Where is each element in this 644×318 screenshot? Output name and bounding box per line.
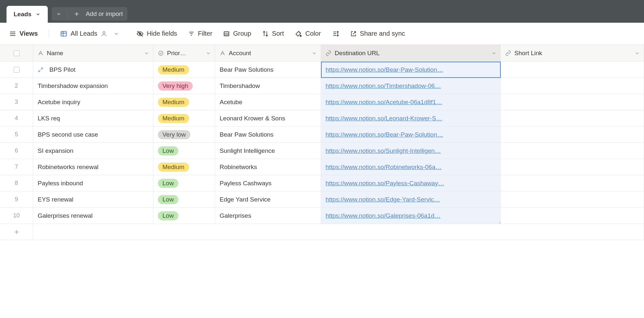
cell-account[interactable]: Bear Paw Solutions [215, 62, 321, 78]
cell-account[interactable]: Leonard Krower & Sons [215, 110, 321, 127]
cell-destination-url[interactable]: https://www.notion.so/Bear-Paw-Solution… [321, 127, 501, 143]
chevron-down-icon[interactable] [206, 51, 211, 56]
row-number[interactable]: 2 [0, 78, 33, 94]
cell-account[interactable]: Acetube [215, 94, 321, 110]
url-link[interactable]: https://www.notion.so/Acetube-06a1d8f1… [326, 99, 442, 106]
cell-text: Robinetworks renewal [38, 164, 98, 171]
cell-priority[interactable]: Low [153, 143, 215, 159]
cell-priority[interactable]: Low [153, 175, 215, 191]
url-link[interactable]: https://www.notion.so/Galeprises-06a1d… [326, 212, 441, 219]
row-number[interactable] [0, 62, 33, 78]
cell-destination-url[interactable]: https://www.notion.so/Acetube-06a1d8f1… [321, 94, 501, 110]
url-link[interactable]: https://www.notion.so/Timbershadow-06… [326, 82, 441, 90]
cell-destination-url[interactable]: https://www.notion.so/Galeprises-06a1d… [321, 208, 501, 224]
cell-short-link[interactable] [501, 143, 644, 159]
cell-destination-url[interactable]: https://www.notion.so/Edge-Yard-Servic… [321, 191, 501, 208]
row-number[interactable]: 5 [0, 127, 33, 143]
column-header-select[interactable] [0, 45, 33, 62]
tab-leads[interactable]: Leads [6, 6, 48, 23]
cell-name[interactable]: Payless inbound [33, 175, 153, 191]
column-header-name[interactable]: Name [33, 45, 153, 62]
row-number[interactable]: 10 [0, 208, 33, 224]
cell-name[interactable]: BPS Pilot [33, 62, 153, 78]
column-header-short-link[interactable]: Short Link [501, 45, 644, 62]
row-number[interactable]: 7 [0, 159, 33, 175]
cell-priority[interactable]: Medium [153, 62, 215, 78]
select-all-checkbox[interactable] [14, 50, 19, 56]
cell-short-link[interactable] [501, 175, 644, 191]
url-link[interactable]: https://www.notion.so/Bear-Paw-Solution… [326, 66, 443, 73]
url-link[interactable]: https://www.notion.so/Robinetworks-06a… [326, 164, 442, 171]
cell-short-link[interactable] [501, 62, 644, 78]
filter-button[interactable]: Filter [188, 30, 212, 37]
cell-account[interactable]: Galerprises [215, 208, 321, 224]
row-checkbox[interactable] [14, 67, 19, 73]
cell-account[interactable]: Payless Cashways [215, 175, 321, 191]
cell-priority[interactable]: Very high [153, 78, 215, 94]
cell-account[interactable]: Timbershadow [215, 78, 321, 94]
chevron-down-icon[interactable] [635, 51, 640, 56]
chevron-down-icon[interactable] [144, 51, 149, 56]
cell-priority[interactable]: Low [153, 208, 215, 224]
share-sync-button[interactable]: Share and sync [350, 30, 405, 37]
row-number[interactable]: 3 [0, 94, 33, 110]
cell-destination-url[interactable]: https://www.notion.so/Leonard-Krower-S… [321, 110, 501, 127]
column-label: Short Link [514, 50, 542, 57]
cell-account[interactable]: Edge Yard Service [215, 191, 321, 208]
cell-name[interactable]: BPS second use case [33, 127, 153, 143]
group-button[interactable]: Group [223, 30, 251, 37]
cell-name[interactable]: Timbershadow expansion [33, 78, 153, 94]
cell-short-link[interactable] [501, 94, 644, 110]
current-view-button[interactable]: All Leads [60, 30, 119, 37]
cell-priority[interactable]: Very low [153, 127, 215, 143]
chevron-down-icon[interactable] [312, 51, 317, 56]
cell-priority[interactable]: Medium [153, 94, 215, 110]
color-button[interactable]: Color [295, 30, 321, 37]
url-link[interactable]: https://www.notion.so/Edge-Yard-Servic… [326, 196, 440, 203]
cell-short-link[interactable] [501, 78, 644, 94]
cell-name[interactable]: SI expansion [33, 143, 153, 159]
url-link[interactable]: https://www.notion.so/Sunlight-Intellige… [326, 147, 441, 154]
cell-name[interactable]: Acetube inquiry [33, 94, 153, 110]
cell-short-link[interactable] [501, 127, 644, 143]
cell-priority[interactable]: Medium [153, 159, 215, 175]
cell-destination-url[interactable]: https://www.notion.so/Timbershadow-06… [321, 78, 501, 94]
cell-priority[interactable]: Low [153, 191, 215, 208]
cell-name[interactable]: EYS renewal [33, 191, 153, 208]
row-number[interactable]: 9 [0, 191, 33, 208]
cell-account[interactable]: Sunlight Intelligence [215, 143, 321, 159]
sort-button[interactable]: Sort [262, 30, 284, 37]
expand-icon[interactable] [38, 67, 44, 73]
row-number[interactable]: 4 [0, 110, 33, 127]
column-header-priority[interactable]: Prior… [153, 45, 215, 62]
cell-name[interactable]: LKS req [33, 110, 153, 127]
cell-short-link[interactable] [501, 159, 644, 175]
url-link[interactable]: https://www.notion.so/Bear-Paw-Solution… [326, 131, 443, 138]
tab-dropdown-secondary[interactable]: Add or import [52, 7, 127, 21]
cell-name[interactable]: Galerprises renewal [33, 208, 153, 224]
column-header-account[interactable]: Account [215, 45, 321, 62]
column-header-destination-url[interactable]: Destination URL [321, 45, 501, 62]
cell-account[interactable]: Bear Paw Solutions [215, 127, 321, 143]
views-button[interactable]: Views [9, 30, 38, 37]
row-height-button[interactable] [332, 30, 339, 37]
cell-short-link[interactable] [501, 191, 644, 208]
cell-name[interactable]: Robinetworks renewal [33, 159, 153, 175]
add-row-button[interactable] [0, 224, 33, 240]
hide-fields-button[interactable]: Hide fields [136, 30, 177, 37]
cell-account[interactable]: Robinetworks [215, 159, 321, 175]
cell-destination-url[interactable]: https://www.notion.so/Sunlight-Intellige… [321, 143, 501, 159]
cell-destination-url[interactable]: https://www.notion.so/Robinetworks-06a… [321, 159, 501, 175]
url-link[interactable]: https://www.notion.so/Leonard-Krower-S… [326, 115, 442, 122]
row-number[interactable]: 6 [0, 143, 33, 159]
cell-destination-url[interactable]: https://www.notion.so/Bear-Paw-Solution… [321, 62, 501, 78]
cell-short-link[interactable] [501, 110, 644, 127]
priority-pill: Very high [158, 81, 193, 91]
cell-priority[interactable]: Medium [153, 110, 215, 127]
url-link[interactable]: https://www.notion.so/Payless-Cashaway… [326, 180, 444, 187]
cell-short-link[interactable] [501, 208, 644, 224]
svg-line-24 [41, 68, 43, 69]
cell-destination-url[interactable]: https://www.notion.so/Payless-Cashaway… [321, 175, 501, 191]
row-number[interactable]: 8 [0, 175, 33, 191]
chevron-down-icon[interactable] [491, 51, 496, 56]
